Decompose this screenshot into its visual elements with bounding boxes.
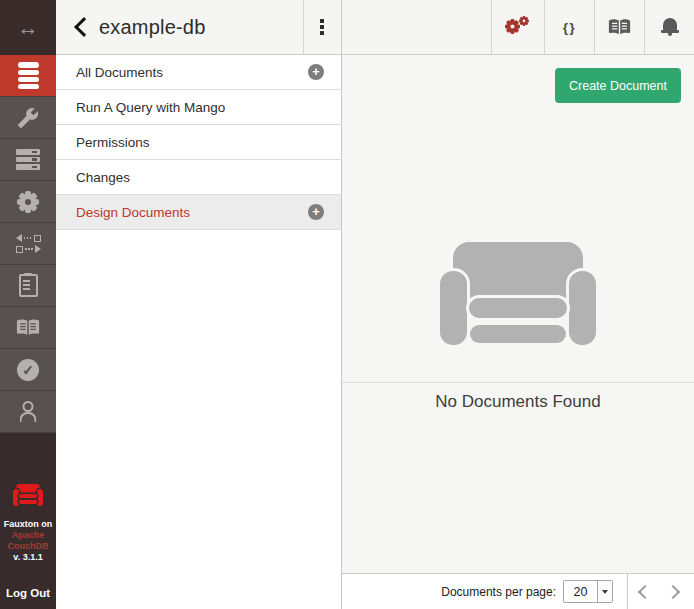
add-design-document-button[interactable]: + <box>308 204 324 220</box>
nav-item-databases[interactable] <box>0 55 56 97</box>
top-header: example-db {} <box>56 0 694 55</box>
nav-item-replication[interactable] <box>0 223 56 265</box>
check-circle-icon: ✓ <box>17 359 39 381</box>
create-document-button[interactable]: Create Document <box>555 68 681 103</box>
pagination-footer: Documents per page: 20 <box>342 573 694 609</box>
clipboard-icon <box>19 274 38 297</box>
sidebar-item-changes[interactable]: Changes <box>56 160 341 195</box>
task-list-icon <box>16 149 40 170</box>
sidebar-item-all-documents[interactable]: All Documents + <box>56 55 341 90</box>
empty-couch-icon <box>440 242 596 345</box>
api-gears-button[interactable] <box>491 0 544 54</box>
kebab-menu-icon <box>320 19 324 35</box>
select-dropdown-arrow-icon[interactable] <box>597 581 612 602</box>
sidebar-item-mango-query[interactable]: Run A Query with Mango <box>56 90 341 125</box>
per-page-select[interactable]: 20 <box>563 580 613 603</box>
brand-version: v. 3.1.1 <box>0 552 56 563</box>
primary-nav-strip: ↔ ✓ <box>0 0 56 609</box>
nav-item-configuration[interactable] <box>0 181 56 223</box>
nav-item-docs-clipboard[interactable] <box>0 265 56 307</box>
database-options-menu-button[interactable] <box>303 0 341 54</box>
brand-block: Fauxton on Apache CouchDB v. 3.1.1 Log O… <box>0 484 56 609</box>
next-page-button[interactable] <box>659 574 690 609</box>
per-page-value: 20 <box>564 581 597 602</box>
sidebar-item-design-documents[interactable]: Design Documents + <box>56 195 341 230</box>
chevron-left-icon <box>638 584 652 598</box>
empty-state-divider <box>342 382 694 383</box>
bell-icon <box>661 17 679 37</box>
documentation-button[interactable] <box>594 0 644 54</box>
page-title: example-db <box>99 0 206 54</box>
header-actions: {} <box>491 0 694 54</box>
brand-link-apache[interactable]: Apache <box>0 530 56 541</box>
resize-arrows-icon: ↔ <box>18 16 39 40</box>
chevron-left-icon <box>74 17 94 37</box>
gear-icon <box>17 191 39 213</box>
logout-button[interactable]: Log Out <box>0 587 56 599</box>
nav-item-active-tasks[interactable] <box>0 139 56 181</box>
add-document-button[interactable]: + <box>308 64 324 80</box>
nav-item-setup[interactable] <box>0 97 56 139</box>
sidebar-item-label: Run A Query with Mango <box>76 100 225 115</box>
sidebar-resize-toggle[interactable]: ↔ <box>0 0 56 55</box>
open-book-icon <box>16 318 40 337</box>
database-sidebar: All Documents + Run A Query with Mango P… <box>56 55 341 609</box>
sidebar-item-label: Permissions <box>76 135 150 150</box>
sidebar-item-permissions[interactable]: Permissions <box>56 125 341 160</box>
per-page-label: Documents per page: <box>441 585 556 599</box>
person-icon <box>18 401 38 422</box>
couchdb-logo-icon <box>13 484 43 507</box>
sidebar-item-label: Changes <box>76 170 130 185</box>
documents-panel: Create Document No Documents Found Docum… <box>342 55 694 609</box>
braces-icon: {} <box>563 20 577 35</box>
sidebar-item-label: Design Documents <box>76 205 190 220</box>
nav-item-verify[interactable]: ✓ <box>0 349 56 391</box>
panel-separator <box>341 0 342 609</box>
json-button[interactable]: {} <box>544 0 594 54</box>
gears-icon <box>505 15 532 39</box>
wrench-icon <box>17 107 39 129</box>
brand-link-couchdb[interactable]: CouchDB <box>0 541 56 552</box>
replication-icon <box>16 234 41 253</box>
chevron-right-icon <box>666 584 680 598</box>
empty-state-message: No Documents Found <box>342 392 694 412</box>
database-icon <box>18 62 39 89</box>
notifications-button[interactable] <box>644 0 694 54</box>
previous-page-button[interactable] <box>628 574 659 609</box>
open-book-icon <box>608 18 631 36</box>
sidebar-item-label: All Documents <box>76 65 163 80</box>
brand-prefix: Fauxton on <box>0 519 56 530</box>
nav-item-documentation[interactable] <box>0 307 56 349</box>
back-button[interactable] <box>66 0 98 54</box>
nav-item-account[interactable] <box>0 391 56 433</box>
